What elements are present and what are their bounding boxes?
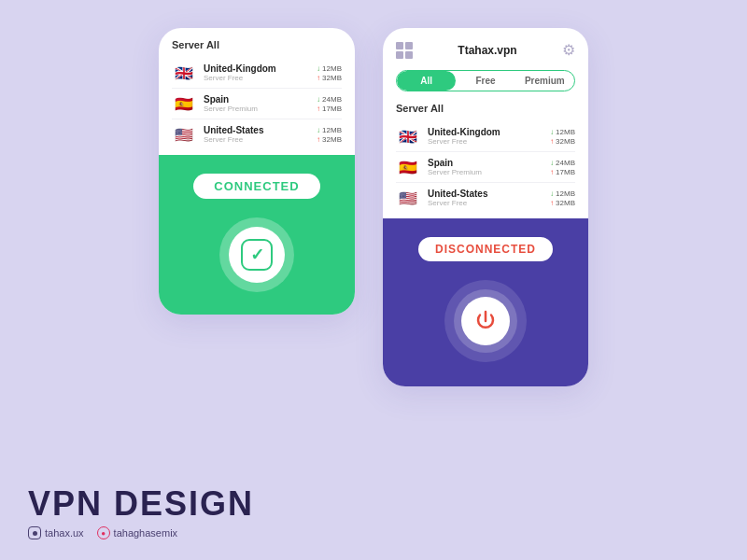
brand-suffix: tahax.vpn bbox=[465, 44, 517, 57]
power-circle-outer[interactable] bbox=[444, 280, 527, 362]
power-inner-connected: ✓ bbox=[229, 227, 285, 283]
left-phone: Server All 🇬🇧 United-Kingdom Server Free… bbox=[159, 28, 355, 315]
insta-dot bbox=[33, 531, 37, 536]
right-phone-top: Ttahax.vpn ⚙ All Free Premium Server All… bbox=[383, 28, 588, 218]
brand-prefix: T bbox=[458, 44, 464, 57]
arrow-down-icon: ↓ bbox=[317, 64, 320, 73]
server-type-us-right: Server Free bbox=[428, 199, 550, 207]
server-name-us-right: United-States bbox=[428, 189, 550, 199]
brand-name: Ttahax.vpn bbox=[458, 44, 516, 57]
server-info-uk-left: United-Kingdom Server Free bbox=[204, 63, 317, 82]
check-icon: ✓ bbox=[241, 239, 273, 271]
speed-down-uk-left: ↓ 12MB bbox=[317, 64, 342, 73]
filter-tabs: All Free Premium bbox=[396, 70, 575, 91]
arrow-up-icon: ↑ bbox=[550, 199, 554, 207]
server-item-es-right[interactable]: 🇪🇸 Spain Server Premium ↓ 24MB ↑ 17MB bbox=[396, 152, 575, 183]
server-name-us-left: United-States bbox=[204, 125, 317, 135]
server-speed-us-right: ↓ 12MB ↑ 32MB bbox=[550, 189, 575, 207]
speed-up-uk-left: ↑ 32MB bbox=[317, 74, 342, 82]
instagram-icon bbox=[28, 526, 41, 539]
arrow-up-icon: ↑ bbox=[317, 74, 320, 82]
right-phone: Ttahax.vpn ⚙ All Free Premium Server All… bbox=[383, 28, 588, 386]
power-circle-mid bbox=[454, 289, 517, 353]
right-server-title: Server All bbox=[396, 103, 575, 114]
server-speed-es-left: ↓ 24MB ↑ 17MB bbox=[317, 95, 342, 113]
globe-icon: ● bbox=[97, 526, 110, 539]
bottom-branding: VPN DESIGN tahax.ux ● tahaghasemix bbox=[28, 487, 254, 539]
social-instagram: tahax.ux bbox=[28, 526, 84, 539]
arrow-down-icon: ↓ bbox=[317, 126, 320, 134]
right-server-section: Server All 🇬🇧 United-Kingdom Server Free… bbox=[396, 103, 575, 218]
grid-icon bbox=[396, 42, 413, 59]
social-globe: ● tahaghasemix bbox=[97, 526, 178, 539]
server-type-es-left: Server Premium bbox=[204, 105, 317, 113]
main-container: Server All 🇬🇧 United-Kingdom Server Free… bbox=[0, 0, 747, 560]
server-item-us-left[interactable]: 🇺🇸 United-States Server Free ↓ 12MB ↑ 32… bbox=[172, 119, 342, 149]
vpn-design-title: VPN DESIGN bbox=[28, 487, 254, 521]
arrow-up-icon: ↑ bbox=[317, 135, 320, 144]
power-circle-inner bbox=[461, 297, 510, 345]
server-type-es-right: Server Premium bbox=[428, 168, 550, 176]
gear-icon[interactable]: ⚙ bbox=[562, 41, 575, 59]
grid-dot bbox=[396, 51, 403, 59]
arrow-up-icon: ↑ bbox=[317, 105, 320, 113]
grid-dot bbox=[405, 51, 413, 59]
disconnected-section: DISCONNECTED bbox=[383, 218, 588, 386]
arrow-down-icon: ↓ bbox=[550, 189, 554, 198]
server-type-us-left: Server Free bbox=[204, 135, 317, 144]
server-name-es-left: Spain bbox=[204, 94, 317, 105]
left-server-section: Server All 🇬🇧 United-Kingdom Server Free… bbox=[159, 28, 355, 155]
arrow-down-icon: ↓ bbox=[550, 128, 554, 136]
connected-section: CONNECTED ✓ bbox=[159, 155, 355, 315]
server-speed-uk-left: ↓ 12MB ↑ 32MB bbox=[317, 64, 342, 82]
disconnected-badge: DISCONNECTED bbox=[418, 237, 553, 261]
connected-badge: CONNECTED bbox=[193, 174, 319, 199]
server-name-uk-left: United-Kingdom bbox=[204, 63, 317, 74]
flag-us-right: 🇺🇸 bbox=[396, 189, 420, 206]
tab-free[interactable]: Free bbox=[456, 71, 514, 91]
arrow-down-icon: ↓ bbox=[317, 95, 320, 104]
flag-es-right: 🇪🇸 bbox=[396, 159, 420, 175]
flag-es-left: 🇪🇸 bbox=[172, 95, 196, 112]
grid-dot bbox=[396, 42, 403, 49]
server-info-us-left: United-States Server Free bbox=[204, 125, 317, 144]
arrow-down-icon: ↓ bbox=[550, 159, 554, 167]
right-header: Ttahax.vpn ⚙ bbox=[396, 41, 575, 59]
server-item-uk-right[interactable]: 🇬🇧 United-Kingdom Server Free ↓ 12MB ↑ 3… bbox=[396, 121, 575, 152]
left-server-title: Server All bbox=[172, 39, 342, 50]
tab-all[interactable]: All bbox=[397, 71, 456, 91]
server-type-uk-right: Server Free bbox=[428, 137, 550, 146]
power-circle-connected[interactable]: ✓ bbox=[219, 217, 294, 292]
server-speed-es-right: ↓ 24MB ↑ 17MB bbox=[550, 159, 575, 176]
power-icon bbox=[473, 309, 498, 333]
flag-uk-left: 🇬🇧 bbox=[172, 64, 196, 81]
arrow-up-icon: ↑ bbox=[550, 168, 554, 176]
arrow-up-icon: ↑ bbox=[550, 137, 554, 146]
flag-uk-right: 🇬🇧 bbox=[396, 128, 420, 145]
server-item-es-left[interactable]: 🇪🇸 Spain Server Premium ↓ 24MB ↑ 17MB bbox=[172, 89, 342, 119]
grid-dot bbox=[405, 42, 413, 49]
server-item-uk-left[interactable]: 🇬🇧 United-Kingdom Server Free ↓ 12MB ↑ 3… bbox=[172, 58, 342, 89]
server-speed-uk-right: ↓ 12MB ↑ 32MB bbox=[550, 128, 575, 146]
check-mark: ✓ bbox=[250, 246, 264, 263]
server-type-uk-left: Server Free bbox=[204, 74, 317, 82]
server-name-es-right: Spain bbox=[428, 158, 550, 168]
server-name-uk-right: United-Kingdom bbox=[428, 127, 550, 137]
globe-handle: tahaghasemix bbox=[114, 527, 178, 539]
tab-premium[interactable]: Premium bbox=[515, 71, 574, 91]
server-speed-us-left: ↓ 12MB ↑ 32MB bbox=[317, 126, 342, 144]
social-row: tahax.ux ● tahaghasemix bbox=[28, 526, 254, 539]
server-info-es-left: Spain Server Premium bbox=[204, 94, 317, 113]
instagram-handle: tahax.ux bbox=[45, 527, 84, 539]
flag-us-left: 🇺🇸 bbox=[172, 126, 196, 143]
server-item-us-right[interactable]: 🇺🇸 United-States Server Free ↓ 12MB ↑ 32… bbox=[396, 183, 575, 213]
